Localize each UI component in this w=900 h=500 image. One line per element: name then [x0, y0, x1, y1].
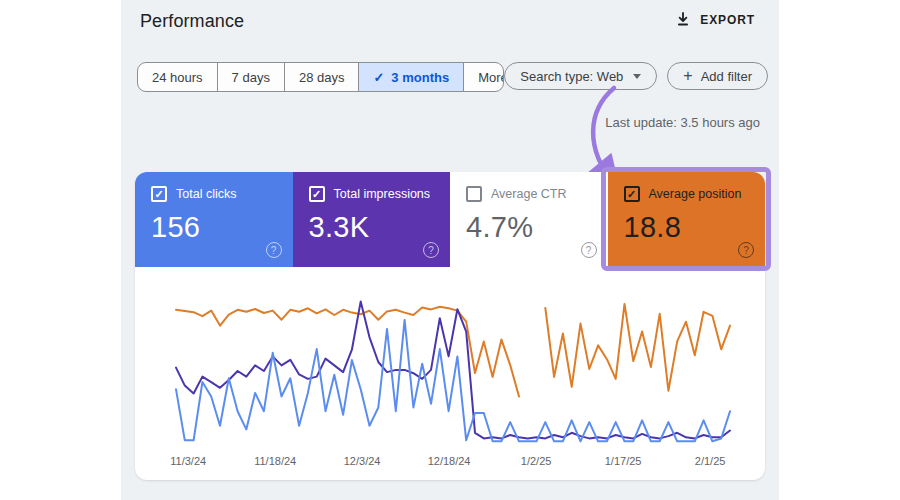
search-type-filter[interactable]: Search type: Web: [504, 62, 657, 90]
help-icon[interactable]: ?: [738, 242, 754, 258]
x-axis-tick: 12/3/24: [344, 455, 381, 467]
page-title: Performance: [140, 11, 244, 32]
header-bar: Performance EXPORT: [121, 0, 779, 46]
checkbox-checked-icon[interactable]: ✓: [624, 186, 640, 202]
metric-label: Average position: [649, 187, 742, 201]
series-total-impressions: [176, 301, 730, 438]
x-axis-tick: 11/18/24: [254, 455, 296, 467]
performance-line-chart: 11/3/2411/18/2412/3/2412/18/241/2/251/17…: [135, 284, 765, 480]
checkbox-checked-icon[interactable]: ✓: [309, 186, 325, 202]
range-28-days[interactable]: 28 days: [285, 63, 360, 91]
metrics-row: ✓ Total clicks 156 ? ✓ Total impressions…: [135, 172, 765, 267]
range-7-days[interactable]: 7 days: [218, 63, 285, 91]
metric-label: Total impressions: [334, 187, 431, 201]
metric-label: Average CTR: [491, 187, 567, 201]
help-icon[interactable]: ?: [581, 242, 597, 258]
export-button[interactable]: EXPORT: [675, 12, 755, 27]
export-label: EXPORT: [700, 13, 755, 27]
help-icon[interactable]: ?: [423, 242, 439, 258]
plus-icon: +: [683, 68, 692, 84]
download-icon: [675, 12, 691, 27]
metric-card-average-position[interactable]: ✓ Average position 18.8 ?: [608, 172, 766, 267]
checkbox-checked-icon[interactable]: ✓: [151, 186, 167, 202]
range-3-months[interactable]: ✓ 3 months: [359, 63, 464, 91]
range-more-dropdown[interactable]: More: [464, 63, 504, 91]
metric-value: 156: [151, 211, 293, 244]
metric-value: 3.3K: [309, 211, 451, 244]
filter-bar: 24 hours 7 days 28 days ✓ 3 months More …: [137, 62, 768, 90]
chevron-down-icon: [633, 74, 641, 79]
right-filters: Search type: Web + Add filter: [504, 62, 768, 90]
metric-card-total-impressions[interactable]: ✓ Total impressions 3.3K ?: [293, 172, 451, 267]
x-axis-tick: 1/2/25: [521, 455, 552, 467]
x-axis-tick: 11/3/24: [170, 455, 206, 467]
metric-value: 18.8: [624, 211, 766, 244]
metric-card-average-ctr[interactable]: Average CTR 4.7% ?: [450, 172, 608, 267]
x-axis-tick: 12/18/24: [428, 455, 471, 467]
metric-card-total-clicks[interactable]: ✓ Total clicks 156 ?: [135, 172, 293, 267]
x-axis-tick: 1/17/25: [605, 455, 642, 467]
search-console-performance-panel: Performance EXPORT 24 hours 7 days 28 da…: [121, 0, 779, 500]
checkbox-unchecked-icon[interactable]: [466, 186, 482, 202]
help-icon[interactable]: ?: [266, 242, 282, 258]
add-filter-button[interactable]: + Add filter: [667, 62, 768, 90]
date-range-group: 24 hours 7 days 28 days ✓ 3 months More: [137, 62, 504, 92]
last-update-note: Last update: 3.5 hours ago: [605, 115, 760, 130]
range-24-hours[interactable]: 24 hours: [138, 63, 218, 91]
x-axis-tick: 2/1/25: [695, 455, 726, 467]
performance-report-card: ✓ Total clicks 156 ? ✓ Total impressions…: [135, 172, 765, 480]
metric-label: Total clicks: [176, 187, 236, 201]
metric-value: 4.7%: [466, 211, 608, 244]
check-icon: ✓: [373, 71, 384, 84]
